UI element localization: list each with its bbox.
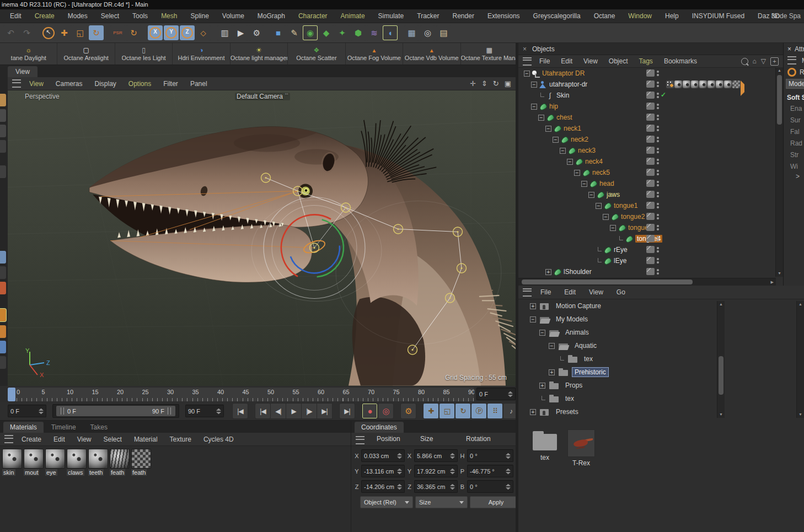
expand-toggle[interactable] [531,82,537,88]
generator-icon[interactable]: ◆ [319,25,334,40]
y-axis-lock-icon[interactable]: Y [164,25,179,40]
zoom-view-icon[interactable]: ⇕ [481,79,487,88]
expand-toggle[interactable] [530,316,536,323]
objects-horizontal-scrollbar[interactable]: ▶ [518,278,776,286]
expand-toggle[interactable] [524,71,530,77]
left-toolbar-icon[interactable] [0,140,6,153]
visibility-dots[interactable] [657,93,659,98]
position-field[interactable]: 0.033 cm [361,449,405,462]
visibility-toggles[interactable] [646,169,659,176]
visibility-dots[interactable] [657,214,659,219]
menu-item[interactable]: Extensions [481,12,527,20]
visibility-toggles[interactable] [646,92,659,99]
expand-toggle[interactable] [596,247,602,253]
left-toolbar-icon[interactable] [0,309,6,321]
materials-menu-item[interactable]: Edit [47,436,71,443]
edit-tag-icon[interactable] [646,80,655,88]
folder-tree-row[interactable]: Aquatic [518,339,723,352]
left-toolbar-icon[interactable] [0,341,6,353]
menu-item[interactable]: MoGraph [251,12,292,20]
object-label[interactable]: neck5 [592,169,610,176]
object-label[interactable]: lEye [614,257,626,265]
visibility-toggles[interactable] [646,268,659,275]
expand-toggle[interactable] [581,181,587,187]
add-filter-icon[interactable]: + [770,57,779,66]
folder-label[interactable]: Aquatic [572,341,599,350]
environment-icon[interactable]: ▦ [404,25,419,40]
expand-toggle[interactable] [617,236,623,242]
expand-toggle[interactable] [558,356,564,362]
material-thumbnail[interactable] [2,449,22,469]
material-thumbnail[interactable] [110,449,130,469]
object-label[interactable]: chest [556,114,572,121]
visibility-dots[interactable] [657,104,659,109]
menu-item[interactable]: Volume [216,12,251,20]
materials-burger-icon[interactable] [4,435,13,443]
visibility-toggles[interactable] [646,125,659,132]
playhead[interactable] [8,388,15,401]
prev-frame-button[interactable]: ◀| [271,403,286,419]
visibility-toggles[interactable] [646,257,659,264]
deformer-icon[interactable]: ◖ [383,25,398,40]
folder-label[interactable]: My Models [554,315,590,324]
folder-label[interactable]: Animals [563,328,591,337]
material-item[interactable]: claws [67,449,87,476]
volume-icon[interactable]: ⬢ [351,25,366,40]
attributes-burger-icon[interactable] [787,56,796,65]
material-item[interactable]: eye [45,449,65,476]
render-settings-icon[interactable]: ⚙ [249,25,264,40]
visibility-toggles[interactable] [646,103,659,110]
materials-menu-item[interactable]: Material [128,436,164,443]
edit-tag-icon[interactable] [646,114,655,121]
object-tree-row[interactable]: utahraptor-dr [518,79,783,90]
viewport-menu-item[interactable]: Display [88,80,122,88]
file-thumbnail[interactable] [567,429,595,457]
objects-burger-icon[interactable] [523,57,532,66]
subdivision-surface-icon[interactable]: ◉ [303,25,318,40]
visibility-toggles[interactable] [646,246,659,253]
x-axis-lock-icon[interactable]: X [148,25,163,40]
object-tree-row[interactable]: lShoulder [518,266,783,276]
folder-tree-row[interactable]: Presets [518,405,723,417]
visibility-toggles[interactable] [646,114,659,121]
visibility-dots[interactable] [657,225,659,230]
left-toolbar-icon[interactable] [0,109,6,122]
keying-settings-button[interactable]: ⚙ [400,403,416,419]
spline-pen-icon[interactable]: ✎ [287,25,302,40]
files-scrollbar[interactable]: ▲▼ [796,301,804,418]
rotate-ring-icon[interactable]: ↻ [126,25,141,40]
viewport-menu-item[interactable]: Panel [184,80,213,88]
expand-toggle[interactable] [574,170,580,176]
mograph-icon[interactable]: ✦ [335,25,350,40]
visibility-dots[interactable] [657,126,659,131]
position-field[interactable]: -13.116 cm [361,465,405,477]
edit-tag-icon[interactable] [646,257,655,264]
octane-ies-light-button[interactable]: ▯ Octane Ies Light [115,43,173,65]
folder-tree-row[interactable]: Motion Capture [518,299,723,313]
edit-tag-icon[interactable] [646,224,655,231]
expand-toggle[interactable] [560,148,566,154]
edit-tag-icon[interactable] [646,213,655,220]
menu-item[interactable]: Modes [61,12,94,20]
expand-toggle[interactable] [596,203,602,209]
visibility-dots[interactable] [657,159,659,164]
materials-menu-item[interactable]: View [71,436,98,443]
expand-toggle[interactable] [539,330,545,336]
texture-tag-icon[interactable] [707,80,715,88]
end-frame-field[interactable]: 90 F [185,405,224,417]
close-icon[interactable]: × [523,45,527,53]
attribute-field-label[interactable]: Sur [784,115,804,126]
expand-toggle[interactable] [530,409,536,415]
visibility-dots[interactable] [657,71,659,76]
frame-spinner[interactable] [508,388,513,400]
scale-tool-icon[interactable]: ◱ [73,25,88,40]
visibility-dots[interactable] [657,82,659,87]
viewport-menu-item[interactable]: View [23,80,50,88]
object-tree-row[interactable]: rEye [518,244,783,255]
object-tree-row[interactable]: tongue1 [518,200,783,211]
object-tree-row[interactable]: neck5 [518,167,783,178]
object-label[interactable]: neck3 [578,147,596,154]
object-tree-row[interactable]: neck1 [518,123,783,134]
visibility-toggles[interactable] [646,69,659,77]
scroll-up-icon[interactable]: ▲ [776,67,783,74]
